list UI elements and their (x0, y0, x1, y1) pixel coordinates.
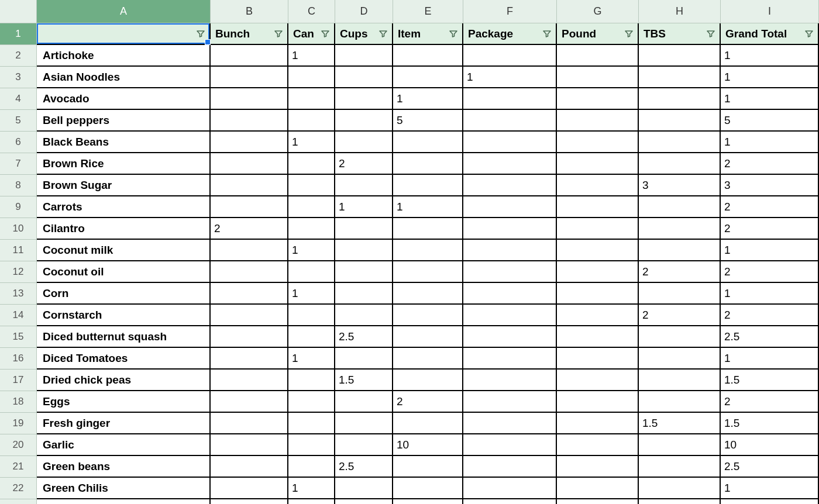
pivot-header-cell[interactable]: Grand Total (721, 23, 819, 45)
data-cell[interactable] (288, 370, 335, 391)
pivot-header-cell[interactable]: Pound (557, 23, 639, 45)
data-cell[interactable] (393, 45, 463, 67)
data-cell[interactable] (335, 218, 393, 240)
data-cell[interactable]: 1 (721, 67, 819, 88)
column-header-G[interactable]: G (557, 0, 639, 23)
data-cell[interactable] (393, 240, 463, 261)
data-cell[interactable] (463, 305, 557, 326)
data-cell[interactable]: 1 (335, 196, 393, 218)
data-cell[interactable] (211, 456, 288, 478)
data-cell[interactable]: 2 (721, 196, 819, 218)
data-cell[interactable] (211, 283, 288, 305)
data-cell[interactable] (335, 45, 393, 67)
data-cell[interactable] (288, 391, 335, 413)
data-cell[interactable]: 1 (288, 478, 335, 499)
data-cell[interactable] (463, 434, 557, 456)
data-cell[interactable] (463, 261, 557, 283)
data-cell[interactable] (557, 45, 639, 67)
data-cell[interactable] (335, 132, 393, 153)
row-header-20[interactable]: 20 (0, 434, 37, 456)
row-header-22[interactable]: 22 (0, 478, 37, 499)
data-cell[interactable] (393, 153, 463, 175)
data-cell[interactable] (557, 326, 639, 348)
row-label-cell[interactable]: Bell peppers (37, 110, 211, 132)
row-header-15[interactable]: 15 (0, 326, 37, 348)
data-cell[interactable]: 5 (393, 110, 463, 132)
data-cell[interactable]: 1 (721, 283, 819, 305)
pivot-header-cell[interactable]: Bunch (211, 23, 288, 45)
data-cell[interactable] (211, 45, 288, 67)
data-cell[interactable] (557, 499, 639, 504)
data-cell[interactable]: 1 (721, 88, 819, 110)
data-cell[interactable] (557, 261, 639, 283)
row-label-cell[interactable]: Asian Noodles (37, 67, 211, 88)
data-cell[interactable] (393, 370, 463, 391)
data-cell[interactable] (463, 283, 557, 305)
data-cell[interactable] (335, 88, 393, 110)
filter-icon[interactable] (706, 29, 716, 39)
row-label-cell[interactable]: Coconut oil (37, 261, 211, 283)
data-cell[interactable] (288, 218, 335, 240)
data-cell[interactable] (463, 370, 557, 391)
data-cell[interactable] (463, 478, 557, 499)
data-cell[interactable] (211, 499, 288, 504)
data-cell[interactable] (335, 110, 393, 132)
data-cell[interactable] (288, 434, 335, 456)
data-cell[interactable]: 2 (639, 261, 721, 283)
data-cell[interactable] (639, 132, 721, 153)
row-header-7[interactable]: 7 (0, 153, 37, 175)
filter-icon[interactable] (448, 29, 459, 39)
data-cell[interactable] (639, 370, 721, 391)
column-header-A[interactable]: A (37, 0, 211, 23)
data-cell[interactable]: 2.5 (721, 326, 819, 348)
row-label-cell[interactable]: Diced butternut squash (37, 326, 211, 348)
data-cell[interactable] (639, 391, 721, 413)
row-label-cell[interactable]: Carrots (37, 196, 211, 218)
data-cell[interactable] (557, 348, 639, 370)
data-cell[interactable] (288, 110, 335, 132)
column-header-I[interactable]: I (721, 0, 819, 23)
data-cell[interactable] (335, 175, 393, 196)
data-cell[interactable]: 10 (721, 434, 819, 456)
data-cell[interactable]: 3 (721, 175, 819, 196)
row-label-cell[interactable]: Green Onion (37, 499, 211, 504)
data-cell[interactable] (335, 348, 393, 370)
data-cell[interactable] (335, 283, 393, 305)
filter-icon[interactable] (542, 29, 552, 39)
row-header-23[interactable]: 23 (0, 499, 37, 504)
data-cell[interactable] (393, 326, 463, 348)
data-cell[interactable] (393, 348, 463, 370)
data-cell[interactable] (463, 110, 557, 132)
data-cell[interactable] (463, 413, 557, 434)
data-cell[interactable]: 1 (463, 67, 557, 88)
data-cell[interactable] (557, 67, 639, 88)
data-cell[interactable] (211, 348, 288, 370)
row-header-18[interactable]: 18 (0, 391, 37, 413)
row-header-2[interactable]: 2 (0, 45, 37, 67)
filter-icon[interactable] (624, 29, 634, 39)
column-header-E[interactable]: E (393, 0, 463, 23)
data-cell[interactable] (463, 218, 557, 240)
data-cell[interactable] (557, 434, 639, 456)
data-cell[interactable]: 1 (721, 45, 819, 67)
data-cell[interactable] (463, 175, 557, 196)
data-cell[interactable] (335, 305, 393, 326)
data-cell[interactable] (463, 456, 557, 478)
row-header-19[interactable]: 19 (0, 413, 37, 434)
data-cell[interactable] (639, 45, 721, 67)
data-cell[interactable] (557, 153, 639, 175)
data-cell[interactable] (463, 348, 557, 370)
pivot-header-cell[interactable]: Item (393, 23, 463, 45)
data-cell[interactable] (639, 456, 721, 478)
data-cell[interactable] (288, 196, 335, 218)
row-label-cell[interactable]: Eggs (37, 391, 211, 413)
row-label-cell[interactable]: Artichoke (37, 45, 211, 67)
data-cell[interactable] (211, 305, 288, 326)
column-header-H[interactable]: H (639, 0, 721, 23)
data-cell[interactable] (288, 175, 335, 196)
data-cell[interactable] (639, 478, 721, 499)
row-header-10[interactable]: 10 (0, 218, 37, 240)
data-cell[interactable] (288, 305, 335, 326)
row-header-3[interactable]: 3 (0, 67, 37, 88)
data-cell[interactable] (557, 305, 639, 326)
